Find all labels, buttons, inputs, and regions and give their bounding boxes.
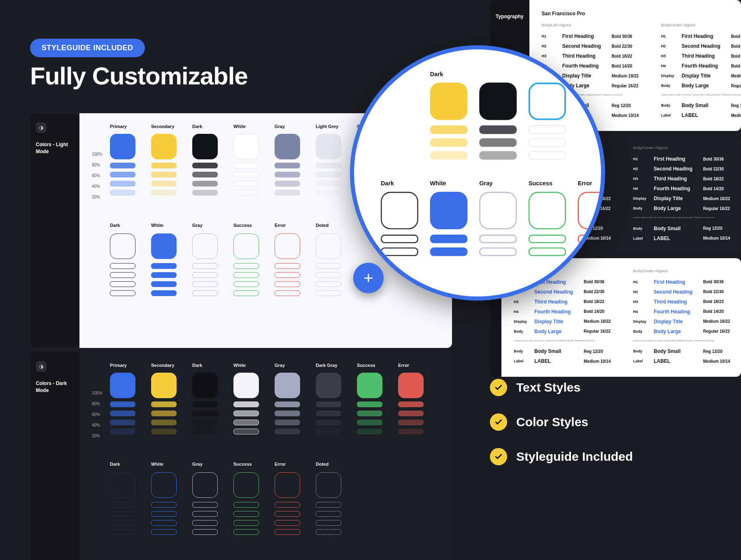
mag-swatch [479, 151, 517, 160]
border-swatch [110, 233, 135, 259]
border-swatch [316, 472, 341, 498]
color-swatch [192, 429, 218, 434]
color-swatch [316, 401, 341, 407]
typo-level: H1 [542, 34, 558, 38]
typo-spec: Bold 18/22 [584, 299, 621, 304]
typo-row: BodyBody LargeRegular 16/22 [633, 327, 740, 336]
color-column-header: Dark [192, 124, 233, 129]
border-swatch [151, 233, 177, 259]
typo-level: H2 [633, 290, 650, 294]
color-swatch [316, 172, 341, 177]
border-column-header: Error [275, 223, 316, 228]
color-swatch [398, 420, 424, 425]
border-swatch [192, 529, 218, 535]
color-swatch [357, 373, 382, 398]
border-swatch [316, 233, 341, 259]
color-swatch [151, 411, 177, 416]
color-swatch [233, 420, 259, 425]
typo-level: Label [633, 359, 650, 363]
palette-icon: ◑ [36, 122, 47, 133]
color-column-header: Primary [110, 363, 151, 368]
mag-border-swatch [381, 192, 418, 229]
color-swatch [316, 373, 341, 398]
typo-spec: Bold 22/30 [584, 289, 621, 294]
border-swatch [151, 290, 177, 296]
color-swatch [151, 401, 177, 407]
border-column-header: Doted [316, 462, 357, 467]
typo-name: Second Heading [654, 166, 699, 172]
border-swatch [316, 272, 341, 278]
typo-spec: Bold 22/30 [703, 167, 740, 171]
typo-level: Display [514, 320, 530, 324]
typo-spec: Reg 12/20 [731, 103, 741, 108]
typo-name: Display Title [654, 196, 699, 201]
border-swatch [192, 290, 218, 296]
typo-level: Body [514, 349, 530, 353]
typo-name: Fourth Heading [682, 63, 727, 69]
border-swatch [275, 233, 300, 259]
color-swatch [233, 373, 259, 398]
typo-level: Display [661, 74, 678, 78]
typo-name: Second Heading [562, 43, 608, 49]
color-swatch [357, 401, 382, 407]
typo-row: BodyBody SmallReg 12/20 [661, 100, 741, 110]
color-swatch [110, 373, 135, 398]
magnifier-lens: DarkDarkWhiteGraySuccessError [350, 45, 605, 301]
typo-spec: Bold 14/20 [612, 64, 649, 68]
color-swatch [233, 190, 259, 196]
color-swatch [357, 429, 382, 434]
typo-name: Second Heading [682, 43, 727, 49]
color-swatch [275, 429, 300, 434]
color-swatch [151, 373, 177, 398]
color-swatch [316, 420, 341, 425]
color-swatch [316, 134, 341, 159]
typo-level: H3 [633, 300, 650, 304]
color-swatch [192, 411, 218, 416]
border-swatch [151, 281, 177, 287]
typo-spec: Medium 18/22 [731, 74, 741, 78]
mag-border-swatch [479, 235, 517, 243]
color-swatch [192, 190, 218, 196]
border-column-header: Doted [316, 223, 357, 228]
typo-level: Display [633, 196, 650, 201]
color-swatch [275, 163, 300, 168]
mag-border-swatch [479, 192, 517, 229]
typo-row: H4Fourth HeadingBold 14/20 [633, 307, 740, 317]
color-swatch [275, 420, 300, 425]
typo-name: Body Small [682, 103, 727, 108]
typo-spec: Bold 30/36 [703, 157, 740, 161]
border-swatch [151, 263, 177, 269]
border-swatch [110, 502, 135, 508]
typo-spec: Bold 14/20 [703, 309, 740, 314]
color-column-header: Secondary [151, 124, 192, 129]
typo-spec: Bold 22/30 [612, 44, 649, 49]
color-swatch [398, 411, 424, 416]
border-swatch [192, 263, 218, 269]
paragraph-filler: Lorem ipsum dolor sit amet, consectetur … [633, 339, 740, 342]
typo-level: Label [661, 113, 678, 117]
typo-level: H2 [542, 44, 558, 48]
color-swatch [110, 172, 135, 177]
typo-name: Display Title [534, 319, 580, 324]
typo-row: BodyBody SmallReg 12/20 [633, 224, 740, 233]
typo-spec: Medium 18/22 [703, 196, 740, 201]
border-swatch [192, 502, 218, 508]
typo-level: H4 [514, 310, 530, 314]
typo-row: H1First HeadingBold 30/36 [542, 31, 649, 41]
features-list: Text Styles Color Styles Styleguide Incl… [490, 379, 633, 483]
typo-name: Fourth Heading [534, 309, 580, 315]
palette-icon: ◑ [36, 361, 47, 372]
border-swatch [275, 529, 300, 535]
border-column-header: White [151, 223, 192, 228]
feature-label: Text Styles [516, 380, 580, 394]
typo-level: Body [661, 103, 678, 107]
typo-name: Body Small [654, 348, 699, 354]
mag-swatch [479, 83, 517, 120]
typo-level: Body [633, 226, 650, 231]
typo-level: H4 [633, 310, 650, 314]
border-swatch [151, 272, 177, 278]
typo-level: H2 [633, 167, 650, 171]
typo-row: LabelLABELMedium 10/14 [633, 233, 740, 243]
typo-name: Body Small [534, 348, 580, 354]
typo-name: Body Large [534, 329, 580, 334]
